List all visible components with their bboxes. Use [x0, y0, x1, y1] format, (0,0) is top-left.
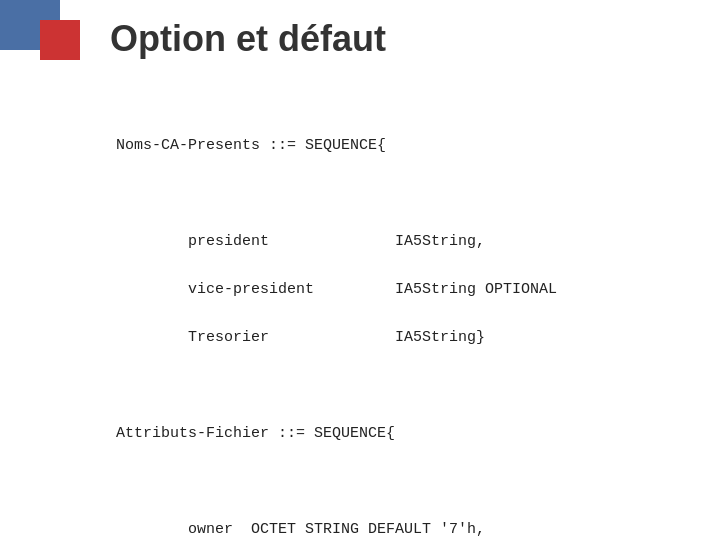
code-block-1: Noms-CA-Presents ::= SEQUENCE{ president…	[80, 110, 680, 540]
corner-decoration-red	[40, 20, 80, 60]
code-line-3: president IA5String,	[116, 233, 485, 250]
code-line-5: Tresorier IA5String}	[116, 329, 485, 346]
code-line-7: Attributs-Fichier ::= SEQUENCE{	[116, 425, 395, 442]
code-line-1: Noms-CA-Presents ::= SEQUENCE{	[116, 137, 386, 154]
code-content: Noms-CA-Presents ::= SEQUENCE{ president…	[80, 110, 680, 540]
code-line-9: owner OCTET STRING DEFAULT '7'h,	[116, 521, 485, 538]
code-line-4: vice-president IA5String OPTIONAL	[116, 281, 557, 298]
page-title: Option et défaut	[110, 18, 386, 60]
